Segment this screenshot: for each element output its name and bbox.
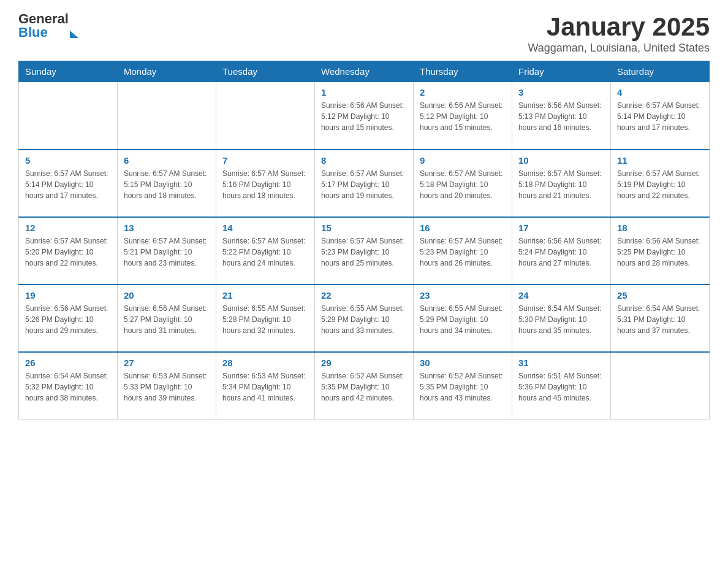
calendar-week-row: 26Sunrise: 6:54 AM Sunset: 5:32 PM Dayli…	[19, 352, 710, 419]
calendar-cell: 30Sunrise: 6:52 AM Sunset: 5:35 PM Dayli…	[414, 352, 512, 419]
weekday-header-sunday: Sunday	[19, 61, 118, 82]
calendar-cell: 25Sunrise: 6:54 AM Sunset: 5:31 PM Dayli…	[611, 285, 710, 352]
day-info: Sunrise: 6:55 AM Sunset: 5:29 PM Dayligh…	[420, 303, 506, 336]
day-info: Sunrise: 6:53 AM Sunset: 5:33 PM Dayligh…	[124, 370, 210, 404]
calendar-cell	[216, 82, 315, 150]
day-info: Sunrise: 6:52 AM Sunset: 5:35 PM Dayligh…	[321, 370, 407, 404]
day-number: 2	[420, 87, 506, 98]
calendar-cell: 11Sunrise: 6:57 AM Sunset: 5:19 PM Dayli…	[611, 150, 710, 217]
logo-triangle-icon	[70, 31, 78, 38]
day-number: 20	[124, 290, 210, 301]
day-number: 3	[518, 87, 604, 98]
calendar-cell	[611, 352, 710, 419]
weekday-header-monday: Monday	[118, 61, 216, 82]
day-number: 23	[420, 290, 506, 301]
day-info: Sunrise: 6:57 AM Sunset: 5:18 PM Dayligh…	[420, 168, 506, 201]
calendar-cell: 29Sunrise: 6:52 AM Sunset: 5:35 PM Dayli…	[315, 352, 414, 419]
day-info: Sunrise: 6:51 AM Sunset: 5:36 PM Dayligh…	[518, 370, 604, 404]
calendar-cell: 10Sunrise: 6:57 AM Sunset: 5:18 PM Dayli…	[512, 150, 611, 217]
calendar-cell: 15Sunrise: 6:57 AM Sunset: 5:23 PM Dayli…	[315, 217, 414, 285]
calendar-cell	[118, 82, 216, 150]
day-number: 31	[518, 358, 604, 368]
calendar-cell: 7Sunrise: 6:57 AM Sunset: 5:16 PM Daylig…	[216, 150, 315, 217]
day-info: Sunrise: 6:56 AM Sunset: 5:13 PM Dayligh…	[518, 100, 604, 133]
calendar-cell: 16Sunrise: 6:57 AM Sunset: 5:23 PM Dayli…	[414, 217, 512, 285]
calendar-cell	[19, 82, 118, 150]
page-header: General Blue January 2025 Waggaman, Loui…	[18, 12, 710, 55]
calendar-week-row: 1Sunrise: 6:56 AM Sunset: 5:12 PM Daylig…	[19, 82, 710, 150]
day-info: Sunrise: 6:57 AM Sunset: 5:21 PM Dayligh…	[124, 236, 210, 269]
day-number: 10	[518, 155, 604, 166]
day-info: Sunrise: 6:57 AM Sunset: 5:23 PM Dayligh…	[321, 236, 407, 269]
day-info: Sunrise: 6:54 AM Sunset: 5:32 PM Dayligh…	[25, 370, 111, 404]
calendar-week-row: 12Sunrise: 6:57 AM Sunset: 5:20 PM Dayli…	[19, 217, 710, 285]
day-info: Sunrise: 6:57 AM Sunset: 5:23 PM Dayligh…	[420, 236, 506, 269]
day-info: Sunrise: 6:57 AM Sunset: 5:14 PM Dayligh…	[25, 168, 111, 201]
calendar-cell: 2Sunrise: 6:56 AM Sunset: 5:12 PM Daylig…	[414, 82, 512, 150]
day-info: Sunrise: 6:56 AM Sunset: 5:24 PM Dayligh…	[518, 236, 604, 269]
day-info: Sunrise: 6:54 AM Sunset: 5:30 PM Dayligh…	[518, 303, 604, 336]
calendar-cell: 5Sunrise: 6:57 AM Sunset: 5:14 PM Daylig…	[19, 150, 118, 217]
day-info: Sunrise: 6:56 AM Sunset: 5:27 PM Dayligh…	[124, 303, 210, 336]
day-number: 22	[321, 290, 407, 301]
calendar-cell: 27Sunrise: 6:53 AM Sunset: 5:33 PM Dayli…	[118, 352, 216, 419]
day-info: Sunrise: 6:53 AM Sunset: 5:34 PM Dayligh…	[222, 370, 308, 404]
calendar-cell: 26Sunrise: 6:54 AM Sunset: 5:32 PM Dayli…	[19, 352, 118, 419]
day-info: Sunrise: 6:57 AM Sunset: 5:18 PM Dayligh…	[518, 168, 604, 201]
day-info: Sunrise: 6:57 AM Sunset: 5:19 PM Dayligh…	[617, 168, 703, 201]
day-number: 30	[420, 358, 506, 368]
calendar-cell: 9Sunrise: 6:57 AM Sunset: 5:18 PM Daylig…	[414, 150, 512, 217]
day-number: 14	[222, 223, 308, 233]
day-info: Sunrise: 6:57 AM Sunset: 5:22 PM Dayligh…	[222, 236, 308, 269]
day-number: 4	[617, 87, 703, 98]
calendar-cell: 22Sunrise: 6:55 AM Sunset: 5:29 PM Dayli…	[315, 285, 414, 352]
calendar-cell: 17Sunrise: 6:56 AM Sunset: 5:24 PM Dayli…	[512, 217, 611, 285]
calendar-subtitle: Waggaman, Louisiana, United States	[528, 42, 710, 55]
calendar-cell: 31Sunrise: 6:51 AM Sunset: 5:36 PM Dayli…	[512, 352, 611, 419]
day-number: 12	[25, 223, 111, 233]
day-number: 6	[124, 155, 210, 166]
day-number: 26	[25, 358, 111, 368]
calendar-cell: 24Sunrise: 6:54 AM Sunset: 5:30 PM Dayli…	[512, 285, 611, 352]
weekday-header-tuesday: Tuesday	[216, 61, 315, 82]
calendar-cell: 1Sunrise: 6:56 AM Sunset: 5:12 PM Daylig…	[315, 82, 414, 150]
day-number: 29	[321, 358, 407, 368]
calendar-cell: 14Sunrise: 6:57 AM Sunset: 5:22 PM Dayli…	[216, 217, 315, 285]
day-number: 28	[222, 358, 308, 368]
calendar-week-row: 19Sunrise: 6:56 AM Sunset: 5:26 PM Dayli…	[19, 285, 710, 352]
calendar-cell: 13Sunrise: 6:57 AM Sunset: 5:21 PM Dayli…	[118, 217, 216, 285]
day-number: 1	[321, 87, 407, 98]
day-number: 25	[617, 290, 703, 301]
day-info: Sunrise: 6:56 AM Sunset: 5:26 PM Dayligh…	[25, 303, 111, 336]
day-info: Sunrise: 6:57 AM Sunset: 5:14 PM Dayligh…	[617, 100, 703, 133]
calendar-cell: 3Sunrise: 6:56 AM Sunset: 5:13 PM Daylig…	[512, 82, 611, 150]
calendar-cell: 18Sunrise: 6:56 AM Sunset: 5:25 PM Dayli…	[611, 217, 710, 285]
day-number: 27	[124, 358, 210, 368]
calendar-week-row: 5Sunrise: 6:57 AM Sunset: 5:14 PM Daylig…	[19, 150, 710, 217]
day-info: Sunrise: 6:52 AM Sunset: 5:35 PM Dayligh…	[420, 370, 506, 404]
day-info: Sunrise: 6:56 AM Sunset: 5:12 PM Dayligh…	[321, 100, 407, 133]
day-number: 17	[518, 223, 604, 233]
calendar-header-row: SundayMondayTuesdayWednesdayThursdayFrid…	[19, 61, 710, 82]
calendar-table: SundayMondayTuesdayWednesdayThursdayFrid…	[18, 61, 710, 419]
day-info: Sunrise: 6:57 AM Sunset: 5:20 PM Dayligh…	[25, 236, 111, 269]
weekday-header-thursday: Thursday	[414, 61, 512, 82]
calendar-body: 1Sunrise: 6:56 AM Sunset: 5:12 PM Daylig…	[19, 82, 710, 419]
logo-general-text: General	[18, 12, 69, 26]
day-number: 18	[617, 223, 703, 233]
calendar-cell: 4Sunrise: 6:57 AM Sunset: 5:14 PM Daylig…	[611, 82, 710, 150]
day-number: 19	[25, 290, 111, 301]
calendar-cell: 21Sunrise: 6:55 AM Sunset: 5:28 PM Dayli…	[216, 285, 315, 352]
day-number: 5	[25, 155, 111, 166]
calendar-cell: 8Sunrise: 6:57 AM Sunset: 5:17 PM Daylig…	[315, 150, 414, 217]
weekday-header-saturday: Saturday	[611, 61, 710, 82]
day-number: 21	[222, 290, 308, 301]
day-number: 16	[420, 223, 506, 233]
day-number: 24	[518, 290, 604, 301]
calendar-cell: 28Sunrise: 6:53 AM Sunset: 5:34 PM Dayli…	[216, 352, 315, 419]
day-number: 7	[222, 155, 308, 166]
day-info: Sunrise: 6:55 AM Sunset: 5:28 PM Dayligh…	[222, 303, 308, 336]
calendar-title-block: January 2025 Waggaman, Louisiana, United…	[528, 12, 710, 55]
day-number: 9	[420, 155, 506, 166]
day-info: Sunrise: 6:55 AM Sunset: 5:29 PM Dayligh…	[321, 303, 407, 336]
